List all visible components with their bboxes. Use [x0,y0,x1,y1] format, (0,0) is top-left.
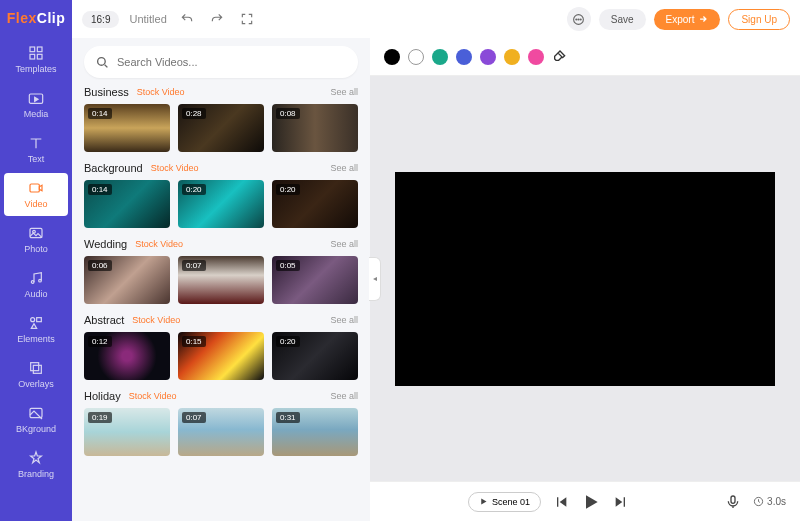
topbar-right: Save Export Sign Up [370,0,800,38]
templates-icon [28,45,44,61]
svg-point-9 [39,279,42,282]
thumb-duration: 0:20 [276,184,300,195]
sidebar-item-templates[interactable]: Templates [4,38,68,81]
sidebar-item-branding[interactable]: Branding [4,443,68,486]
color-swatch[interactable] [528,49,544,65]
search-input[interactable] [117,56,346,68]
video-thumb[interactable]: 0:08 [272,104,358,152]
thumb-duration: 0:12 [88,336,112,347]
sidebar-item-bkground[interactable]: BKground [4,398,68,441]
thumb-duration: 0:06 [88,260,112,271]
video-thumb[interactable]: 0:14 [84,104,170,152]
canvas-area: ◂ [370,76,800,481]
media-panel: 16:9 Untitled BusinessStock VideoSee all… [72,0,370,521]
see-all-link[interactable]: See all [330,87,358,97]
video-thumb[interactable]: 0:14 [84,180,170,228]
video-icon [28,180,44,196]
svg-rect-2 [30,54,35,59]
category: WeddingStock VideoSee all0:060:070:05 [84,238,358,304]
sidebar-item-photo[interactable]: Photo [4,218,68,261]
next-button[interactable] [613,494,629,510]
video-canvas[interactable] [395,172,775,386]
photo-icon [28,225,44,241]
svg-point-17 [576,18,577,19]
svg-rect-5 [30,184,39,192]
color-swatch[interactable] [480,49,496,65]
video-thumb[interactable]: 0:20 [272,332,358,380]
thumbs-row: 0:120:150:20 [84,332,358,380]
video-thumb[interactable]: 0:19 [84,408,170,456]
scene-button[interactable]: Scene 01 [468,492,541,512]
scene-label: Scene 01 [492,497,530,507]
sidebar: FlexClip TemplatesMediaTextVideoPhotoAud… [0,0,72,521]
svg-point-8 [31,281,34,284]
category-tag: Stock Video [137,87,185,97]
video-thumb[interactable]: 0:07 [178,408,264,456]
thumbs-row: 0:140:280:08 [84,104,358,152]
signup-button[interactable]: Sign Up [728,9,790,30]
sidebar-item-label: Elements [17,334,55,344]
see-all-link[interactable]: See all [330,163,358,173]
thumb-duration: 0:15 [182,336,206,347]
media-icon [28,90,44,106]
prev-button[interactable] [553,494,569,510]
search-bar[interactable] [84,46,358,78]
video-thumb[interactable]: 0:06 [84,256,170,304]
category-name: Business [84,86,129,98]
play-small-icon [479,497,488,506]
category-name: Holiday [84,390,121,402]
play-button[interactable] [581,492,601,512]
elements-icon [28,315,44,331]
video-thumb[interactable]: 0:15 [178,332,264,380]
logo[interactable]: FlexClip [0,0,72,38]
sidebar-item-text[interactable]: Text [4,128,68,171]
bkground-icon [28,405,44,421]
chat-button[interactable] [567,7,591,31]
thumb-duration: 0:05 [276,260,300,271]
undo-button[interactable] [177,9,197,29]
color-swatch[interactable] [456,49,472,65]
video-thumb[interactable]: 0:12 [84,332,170,380]
video-thumb[interactable]: 0:20 [272,180,358,228]
color-swatch[interactable] [408,49,424,65]
branding-icon [28,450,44,466]
sidebar-item-video[interactable]: Video [4,173,68,216]
export-button[interactable]: Export [654,9,721,30]
color-bar [370,38,800,76]
redo-button[interactable] [207,9,227,29]
color-swatch[interactable] [384,49,400,65]
text-icon [28,135,44,151]
sidebar-item-overlays[interactable]: Overlays [4,353,68,396]
sidebar-item-label: Branding [18,469,54,479]
sidebar-item-label: Overlays [18,379,54,389]
panel-collapse-button[interactable]: ◂ [369,257,381,301]
aspect-ratio-chip[interactable]: 16:9 [82,11,119,28]
thumb-duration: 0:14 [88,108,112,119]
save-button[interactable]: Save [599,9,646,30]
see-all-link[interactable]: See all [330,391,358,401]
eyedropper-icon[interactable] [552,49,568,65]
duration: 3.0s [753,496,786,507]
see-all-link[interactable]: See all [330,315,358,325]
sidebar-item-media[interactable]: Media [4,83,68,126]
sidebar-item-elements[interactable]: Elements [4,308,68,351]
svg-rect-20 [731,496,735,503]
video-thumb[interactable]: 0:28 [178,104,264,152]
project-title[interactable]: Untitled [129,13,166,25]
mic-button[interactable] [725,494,741,510]
video-thumb[interactable]: 0:05 [272,256,358,304]
video-thumb[interactable]: 0:31 [272,408,358,456]
thumb-duration: 0:08 [276,108,300,119]
sidebar-item-audio[interactable]: Audio [4,263,68,306]
see-all-link[interactable]: See all [330,239,358,249]
search-icon [96,56,109,69]
color-swatch[interactable] [432,49,448,65]
video-thumb[interactable]: 0:20 [178,180,264,228]
color-swatch[interactable] [504,49,520,65]
thumb-duration: 0:20 [182,184,206,195]
svg-point-15 [98,57,106,65]
fullscreen-button[interactable] [237,9,257,29]
video-thumb[interactable]: 0:07 [178,256,264,304]
overlays-icon [28,360,44,376]
category-tag: Stock Video [135,239,183,249]
